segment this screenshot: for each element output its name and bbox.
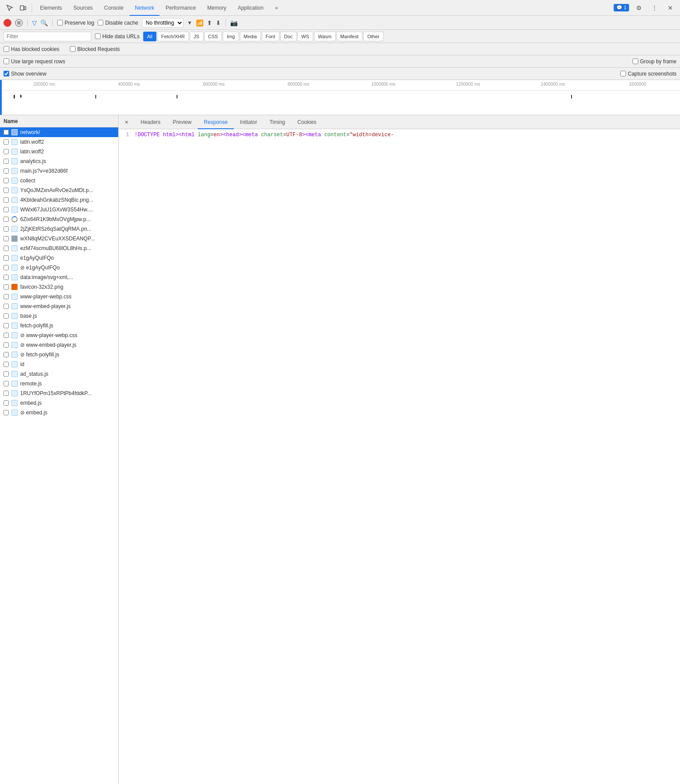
more-options-icon[interactable]: ⋮ bbox=[648, 2, 661, 14]
detail-tab-headers[interactable]: Headers bbox=[134, 115, 166, 129]
file-checkbox-3[interactable] bbox=[4, 159, 9, 164]
tab-network[interactable]: Network bbox=[130, 0, 159, 16]
file-checkbox-24[interactable] bbox=[4, 362, 9, 367]
file-checkbox-21[interactable] bbox=[4, 333, 9, 338]
file-checkbox-0[interactable] bbox=[4, 130, 9, 135]
show-overview-checkbox[interactable] bbox=[4, 71, 9, 76]
file-checkbox-10[interactable] bbox=[4, 226, 9, 232]
file-checkbox-5[interactable] bbox=[4, 178, 9, 183]
filter-input[interactable] bbox=[4, 32, 91, 41]
file-checkbox-14[interactable] bbox=[4, 265, 9, 270]
file-checkbox-19[interactable] bbox=[4, 313, 9, 319]
upload-icon[interactable]: ⬆ bbox=[207, 19, 212, 26]
detail-tab-preview[interactable]: Preview bbox=[166, 115, 198, 129]
messages-badge[interactable]: 💬 1 bbox=[614, 4, 629, 11]
detail-tab-timing[interactable]: Timing bbox=[263, 115, 291, 129]
group-by-frame-checkbox[interactable] bbox=[633, 58, 638, 64]
detail-close-button[interactable]: × bbox=[122, 118, 131, 127]
tab-application[interactable]: Application bbox=[232, 0, 269, 16]
blocked-requests-checkbox[interactable] bbox=[70, 46, 76, 52]
hide-data-urls-label[interactable]: Hide data URLs bbox=[95, 33, 140, 40]
file-checkbox-15[interactable] bbox=[4, 275, 9, 280]
file-checkbox-29[interactable] bbox=[4, 410, 9, 415]
file-item-21[interactable]: ⊘ www-player-webp.css bbox=[0, 330, 118, 340]
filter-manifest[interactable]: Manifest bbox=[336, 32, 363, 41]
file-checkbox-22[interactable] bbox=[4, 342, 9, 348]
download-icon[interactable]: ⬇ bbox=[216, 19, 221, 26]
file-checkbox-23[interactable] bbox=[4, 352, 9, 357]
file-item-25[interactable]: ad_status.js bbox=[0, 369, 118, 379]
file-item-26[interactable]: remote.js bbox=[0, 379, 118, 388]
file-item-9[interactable]: 6Zix64R1K9bMxOVgMjpw.p... bbox=[0, 214, 118, 224]
large-rows-option[interactable]: Use large request rows bbox=[4, 58, 65, 65]
capture-screenshots-option[interactable]: Capture screenshots bbox=[620, 71, 676, 77]
stop-button[interactable] bbox=[15, 19, 23, 27]
file-item-12[interactable]: ezM74scmuBU68lOL8hHs.p... bbox=[0, 243, 118, 253]
blocked-cookies-option[interactable]: Has blocked cookies bbox=[4, 46, 59, 52]
file-item-0[interactable]: network/ bbox=[0, 127, 118, 137]
capture-screenshots-checkbox[interactable] bbox=[620, 71, 626, 76]
filter-ws[interactable]: WS bbox=[297, 32, 313, 41]
file-item-22[interactable]: ⊘ www-embed-player.js bbox=[0, 340, 118, 350]
file-checkbox-2[interactable] bbox=[4, 149, 9, 154]
blocked-cookies-checkbox[interactable] bbox=[4, 46, 9, 52]
file-checkbox-17[interactable] bbox=[4, 294, 9, 299]
filter-img[interactable]: Img bbox=[223, 32, 239, 41]
filter-icon[interactable]: ▽ bbox=[32, 19, 37, 26]
file-checkbox-25[interactable] bbox=[4, 371, 9, 377]
tab-memory[interactable]: Memory bbox=[202, 0, 231, 16]
throttle-select[interactable]: No throttling bbox=[142, 18, 184, 28]
file-item-3[interactable]: analytics.js bbox=[0, 156, 118, 166]
tab-more[interactable]: » bbox=[270, 0, 283, 16]
file-item-29[interactable]: ⊘ embed.js bbox=[0, 408, 118, 417]
file-checkbox-13[interactable] bbox=[4, 255, 9, 261]
file-item-20[interactable]: fetch-polyfill.js bbox=[0, 321, 118, 330]
file-checkbox-8[interactable] bbox=[4, 207, 9, 212]
filter-wasm[interactable]: Wasm bbox=[314, 32, 336, 41]
record-button[interactable] bbox=[4, 19, 11, 27]
show-overview-option[interactable]: Show overview bbox=[4, 71, 47, 77]
filter-doc[interactable]: Doc bbox=[280, 32, 297, 41]
filter-fetch-xhr[interactable]: Fetch/XHR bbox=[157, 32, 189, 41]
file-item-28[interactable]: embed.js bbox=[0, 398, 118, 408]
file-item-11[interactable]: wXN8qM2CVEuXXSDEANQP... bbox=[0, 234, 118, 243]
file-item-15[interactable]: data:image/svg+xml,... bbox=[0, 272, 118, 282]
preserve-log-label[interactable]: Preserve log bbox=[57, 20, 94, 26]
file-checkbox-28[interactable] bbox=[4, 400, 9, 406]
filter-css[interactable]: CSS bbox=[204, 32, 222, 41]
hide-data-urls-checkbox[interactable] bbox=[95, 33, 101, 39]
close-devtools-icon[interactable]: ✕ bbox=[664, 2, 676, 14]
preserve-log-checkbox[interactable] bbox=[57, 20, 63, 25]
search-icon[interactable]: 🔍 bbox=[40, 19, 48, 26]
file-checkbox-1[interactable] bbox=[4, 139, 9, 145]
filter-media[interactable]: Media bbox=[240, 32, 261, 41]
blocked-requests-option[interactable]: Blocked Requests bbox=[70, 46, 120, 52]
file-item-23[interactable]: ⊘ fetch-polyfill.js bbox=[0, 350, 118, 359]
tab-console[interactable]: Console bbox=[99, 0, 129, 16]
file-item-27[interactable]: 1RUYfOPm15xRPtPb4fddkP... bbox=[0, 388, 118, 398]
file-item-24[interactable]: id bbox=[0, 359, 118, 369]
file-checkbox-18[interactable] bbox=[4, 304, 9, 309]
file-checkbox-12[interactable] bbox=[4, 246, 9, 251]
file-item-1[interactable]: latin.woff2 bbox=[0, 137, 118, 147]
file-item-7[interactable]: 4KbIdeahGnkabzSNqBic.png... bbox=[0, 195, 118, 205]
tab-elements[interactable]: Elements bbox=[35, 0, 67, 16]
file-checkbox-20[interactable] bbox=[4, 323, 9, 328]
file-item-5[interactable]: collect bbox=[0, 176, 118, 185]
file-item-16[interactable]: favicon-32x32.png bbox=[0, 282, 118, 292]
detail-tab-initiator[interactable]: Initiator bbox=[234, 115, 263, 129]
file-checkbox-11[interactable] bbox=[4, 236, 9, 241]
group-by-frame-option[interactable]: Group by frame bbox=[633, 58, 676, 65]
device-toolbar-icon[interactable] bbox=[17, 2, 29, 14]
detail-tab-response[interactable]: Response bbox=[198, 115, 234, 129]
file-item-13[interactable]: e1gAyQuIFQo bbox=[0, 253, 118, 263]
screenshot-icon[interactable]: 📷 bbox=[230, 19, 238, 26]
file-item-19[interactable]: base.js bbox=[0, 311, 118, 321]
file-checkbox-27[interactable] bbox=[4, 391, 9, 396]
file-checkbox-4[interactable] bbox=[4, 168, 9, 174]
file-checkbox-6[interactable] bbox=[4, 188, 9, 193]
file-checkbox-7[interactable] bbox=[4, 197, 9, 203]
filter-font[interactable]: Font bbox=[262, 32, 279, 41]
file-item-18[interactable]: www-embed-player.js bbox=[0, 301, 118, 311]
file-item-14[interactable]: ⊘ e1gAyQuIFQo bbox=[0, 263, 118, 272]
